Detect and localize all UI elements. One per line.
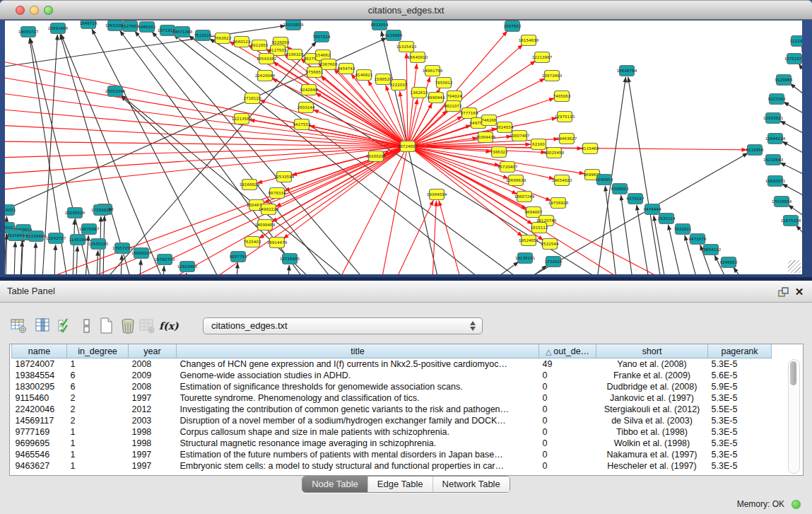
table-cell[interactable]: Hescheler et al. (1997) bbox=[596, 460, 708, 472]
graph-node[interactable]: 7932621 bbox=[674, 224, 692, 235]
table-cell[interactable]: de Silva et al. (2003) bbox=[596, 415, 708, 426]
table-cell[interactable]: Estimation of significance thresholds fo… bbox=[177, 381, 539, 392]
network-graph[interactable]: 1872400711325413166409101496175879558121… bbox=[5, 21, 802, 274]
graph-node[interactable]: 12444134 bbox=[765, 134, 786, 144]
graph-node[interactable]: 6379197 bbox=[627, 194, 645, 204]
graph-node[interactable]: 10807487 bbox=[510, 131, 530, 141]
graph-node[interactable]: 9358923 bbox=[611, 184, 629, 194]
tab-network-table[interactable]: Network Table bbox=[433, 477, 510, 492]
table-cell[interactable]: 2 bbox=[67, 415, 129, 426]
table-cell[interactable]: Investigating the contribution of common… bbox=[177, 404, 539, 415]
graph-node[interactable]: 19166829 bbox=[240, 180, 260, 190]
table-cell[interactable]: 5.3E-5 bbox=[708, 449, 772, 460]
table-cell[interactable]: Nakamura et al. (1997) bbox=[596, 449, 708, 460]
graph-node[interactable]: 1733426 bbox=[545, 257, 563, 267]
function-builder-icon[interactable]: f(x) bbox=[159, 317, 177, 335]
column-header-out_de[interactable]: △out_de… bbox=[539, 344, 596, 358]
graph-node[interactable]: 2803144 bbox=[298, 103, 315, 113]
close-window-button[interactable] bbox=[16, 6, 25, 15]
table-cell[interactable]: 1998 bbox=[129, 426, 177, 438]
graph-node[interactable]: 7663822 bbox=[214, 33, 232, 44]
table-cell[interactable]: 0 bbox=[539, 449, 596, 460]
column-header-in_degree[interactable]: in_degree bbox=[67, 344, 129, 358]
graph-node[interactable]: 16210643 bbox=[763, 155, 784, 165]
graph-node[interactable]: 7955812 bbox=[435, 78, 453, 88]
graph-node[interactable]: 8660123 bbox=[233, 37, 251, 47]
table-cell[interactable]: 1 bbox=[67, 358, 129, 370]
graph-node[interactable]: 1815112 bbox=[531, 223, 548, 233]
table-row[interactable]: 1872400712008Changes of HCN gene express… bbox=[12, 358, 772, 370]
float-panel-icon[interactable] bbox=[777, 286, 789, 298]
table-cell[interactable]: 9699695 bbox=[12, 438, 67, 449]
graph-node[interactable]: 18300295 bbox=[366, 151, 387, 162]
table-cell[interactable]: Changes of HCN gene expression and I(f) … bbox=[177, 358, 539, 370]
table-cell[interactable]: Corpus callosum shape and size in male p… bbox=[177, 426, 539, 438]
graph-node[interactable]: 7485063 bbox=[553, 91, 571, 102]
table-cell[interactable]: 0 bbox=[539, 381, 596, 392]
graph-node[interactable]: 1145194 bbox=[69, 235, 87, 245]
graph-node[interactable]: 8454743 bbox=[338, 64, 355, 74]
attribute-table[interactable]: namein_degreeyeartitle△out_de…shortpager… bbox=[9, 344, 804, 476]
graph-node[interactable]: 20891406 bbox=[48, 23, 69, 34]
table-cell[interactable]: 0 bbox=[539, 404, 596, 415]
table-row[interactable]: 946554611997Estimation of the future num… bbox=[12, 449, 772, 460]
table-cell[interactable]: 49 bbox=[539, 358, 596, 370]
table-cell[interactable]: 18300295 bbox=[12, 381, 67, 392]
graph-node[interactable]: 17359928 bbox=[91, 205, 112, 216]
graph-node[interactable]: 16914479 bbox=[267, 238, 288, 248]
table-row[interactable]: 1830029562008Estimation of significance … bbox=[12, 381, 772, 392]
table-cell[interactable]: Yano et al. (2008) bbox=[596, 358, 708, 370]
graph-node[interactable]: 11675334 bbox=[781, 216, 801, 226]
table-row[interactable]: 946362711997Embryonic stem cells: a mode… bbox=[12, 460, 772, 472]
graph-node[interactable]: 16640910 bbox=[408, 52, 428, 63]
table-cell[interactable]: 5.3E-5 bbox=[708, 426, 772, 438]
graph-node[interactable]: 16648794 bbox=[617, 66, 637, 76]
table-cell[interactable]: 0 bbox=[539, 370, 596, 381]
graph-node[interactable]: 16154838 bbox=[519, 35, 539, 46]
graph-node[interactable]: 17957255 bbox=[112, 243, 133, 254]
tab-node-table[interactable]: Node Table bbox=[302, 477, 368, 492]
graph-node[interactable]: 9857791 bbox=[230, 252, 247, 262]
graph-node[interactable]: 19756928 bbox=[548, 198, 569, 209]
graph-node[interactable]: 6466161 bbox=[139, 22, 156, 33]
table-cell[interactable]: 1 bbox=[67, 426, 129, 438]
table-cell[interactable]: 9115460 bbox=[12, 392, 67, 404]
table-cell[interactable]: 0 bbox=[539, 392, 596, 404]
graph-node[interactable]: 11156869 bbox=[26, 231, 47, 242]
graph-node[interactable]: 15720407 bbox=[498, 162, 518, 173]
table-cell[interactable]: 9777169 bbox=[12, 426, 67, 438]
table-cell[interactable]: Tourette syndrome. Phenomenology and cla… bbox=[177, 392, 539, 404]
graph-node[interactable]: 14136141 bbox=[515, 253, 536, 264]
table-scrollbar[interactable] bbox=[788, 359, 800, 474]
graph-node[interactable]: 19654923 bbox=[552, 175, 572, 186]
table-settings-icon[interactable] bbox=[10, 317, 28, 335]
table-cell[interactable]: Disruption of a novel member of a sodium… bbox=[177, 415, 539, 426]
table-cell[interactable]: Genome-wide association studies in ADHD. bbox=[177, 370, 539, 381]
table-cell[interactable]: Stergiakouli et al. (2012) bbox=[596, 404, 708, 415]
graph-node[interactable]: 9756851 bbox=[306, 67, 324, 78]
graph-node[interactable]: 8222037 bbox=[390, 80, 408, 90]
graph-node[interactable]: 3915942 bbox=[7, 230, 25, 241]
table-cell[interactable]: Embryonic stem cells: a model to study s… bbox=[177, 460, 539, 472]
table-cell[interactable]: 6 bbox=[67, 370, 129, 381]
graph-node[interactable]: 18724007 bbox=[398, 141, 418, 152]
table-cell[interactable]: Wolkin et al. (1998) bbox=[596, 438, 708, 449]
graph-node[interactable]: 8813054 bbox=[371, 21, 389, 30]
graph-node[interactable]: 12213589 bbox=[232, 114, 252, 124]
graph-node[interactable]: 20364436 bbox=[476, 132, 496, 143]
graph-node[interactable]: 15692971 bbox=[765, 176, 786, 187]
graph-node[interactable]: 2718120 bbox=[244, 93, 261, 104]
graph-node[interactable]: 16782759 bbox=[155, 255, 175, 265]
graph-node[interactable]: 9242848 bbox=[300, 85, 318, 95]
graph-node[interactable]: 2522544 bbox=[541, 239, 559, 250]
zoom-window-button[interactable] bbox=[44, 6, 53, 15]
table-cell[interactable]: 14569117 bbox=[12, 415, 67, 426]
graph-node[interactable]: 16958107 bbox=[131, 248, 152, 259]
graph-node[interactable]: 7857224 bbox=[313, 32, 331, 42]
table-scrollbar-thumb[interactable] bbox=[790, 361, 796, 385]
graph-node[interactable]: 8912955 bbox=[251, 40, 269, 51]
graph-node[interactable]: 7386322 bbox=[490, 147, 508, 158]
graph-node[interactable]: 20206526 bbox=[65, 208, 86, 218]
graph-node[interactable]: 1112408 bbox=[790, 36, 802, 47]
table-cell[interactable]: Franke et al. (2009) bbox=[596, 370, 708, 381]
